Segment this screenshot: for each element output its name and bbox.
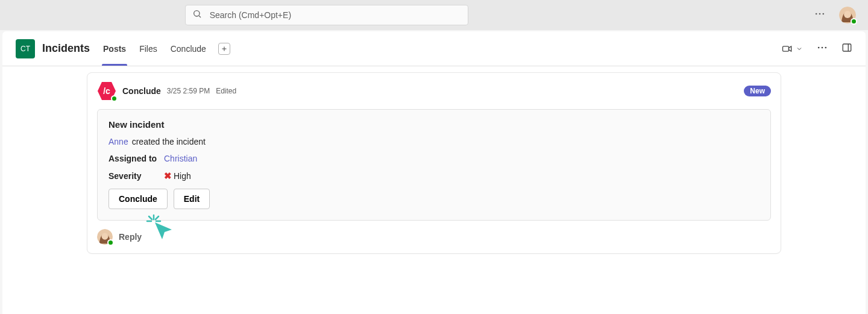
search-wrap (185, 5, 468, 25)
svg-point-11 (822, 46, 823, 48)
tab-posts[interactable]: Posts (102, 31, 127, 66)
channel-icon: CT (16, 39, 35, 58)
svg-rect-9 (783, 46, 789, 51)
card-assigned-line: Assigned to Christian (108, 154, 760, 163)
tab-files[interactable]: Files (138, 31, 159, 66)
channel-header-right (781, 42, 852, 56)
reply-row[interactable]: Reply (97, 229, 771, 245)
search-icon (192, 9, 202, 21)
svg-rect-13 (843, 44, 851, 51)
svg-point-3 (819, 13, 821, 15)
chevron-down-icon (796, 45, 803, 52)
presence-badge (107, 239, 114, 246)
tab-conclude[interactable]: Conclude (169, 31, 207, 66)
svg-point-16 (101, 233, 108, 240)
add-tab-button[interactable] (218, 43, 230, 55)
post-card: /c Conclude 3/25 2:59 PM Edited New New … (87, 72, 781, 254)
assigned-label: Assigned to (108, 154, 160, 163)
user-avatar[interactable] (839, 7, 856, 24)
tabs: Posts Files Conclude (102, 31, 230, 66)
channel-more-icon[interactable] (816, 42, 828, 56)
presence-badge (851, 18, 857, 25)
severity-label: Severity (108, 171, 160, 181)
creator-suffix: created the incident (132, 137, 206, 146)
status-badge: New (744, 86, 771, 96)
x-icon: ✖ (164, 171, 172, 181)
card-title: New incident (108, 119, 760, 130)
meet-button[interactable] (781, 43, 803, 55)
more-icon[interactable] (814, 8, 826, 22)
conclude-button[interactable]: Conclude (108, 189, 168, 209)
svg-point-0 (193, 11, 199, 16)
svg-point-12 (825, 46, 827, 48)
card-severity-line: Severity ✖High (108, 171, 760, 181)
svg-line-1 (199, 16, 201, 17)
edit-button[interactable]: Edit (174, 189, 210, 209)
presence-badge (111, 95, 118, 102)
post-edited-label: Edited (216, 87, 236, 95)
channel-title: Incidents (42, 42, 90, 55)
channel-header: CT Incidents Posts Files Conclude (2, 31, 866, 66)
svg-point-10 (818, 46, 820, 48)
assigned-mention[interactable]: Christian (164, 154, 197, 163)
severity-value: High (174, 171, 191, 181)
creator-mention[interactable]: Anne (108, 137, 128, 146)
incident-card: New incident Anne created the incident A… (97, 109, 771, 221)
card-creator-line: Anne created the incident (108, 137, 760, 146)
open-pane-icon[interactable] (841, 42, 852, 55)
search-input[interactable] (185, 5, 468, 25)
topbar-right (814, 7, 856, 24)
svg-point-6 (844, 11, 851, 18)
post-timestamp: 3/25 2:59 PM (167, 87, 210, 95)
svg-point-4 (822, 13, 824, 15)
svg-point-2 (816, 13, 817, 15)
post-header: /c Conclude 3/25 2:59 PM Edited New (97, 81, 771, 101)
post-sender[interactable]: Conclude (122, 86, 161, 96)
top-command-bar (0, 0, 868, 30)
app-avatar: /c (97, 81, 116, 101)
reply-label: Reply (119, 232, 142, 242)
reply-avatar (97, 229, 113, 245)
severity-value-wrap: ✖High (164, 171, 191, 181)
card-actions: Conclude Edit (108, 189, 760, 209)
content-area: /c Conclude 3/25 2:59 PM Edited New New … (2, 66, 866, 314)
